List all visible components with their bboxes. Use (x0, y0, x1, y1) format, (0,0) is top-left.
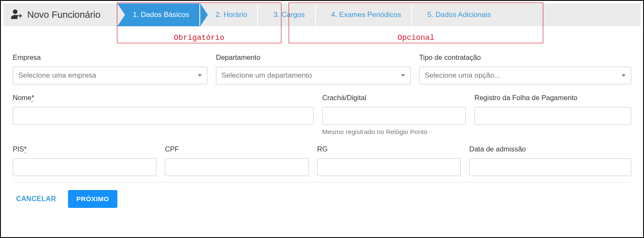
departamento-label: Departamento (216, 53, 411, 62)
cracha-input[interactable] (322, 107, 466, 125)
step-label: 3. Cargos (273, 11, 305, 19)
step-dados-basicos[interactable]: 1. Dados Básicos (117, 3, 200, 26)
chevron-down-icon (401, 74, 405, 77)
nome-label: Nome* (13, 94, 314, 102)
tipo-contratacao-placeholder: Selecione uma opção... (425, 71, 500, 80)
cpf-input[interactable] (165, 158, 309, 176)
step-dados-adicionais[interactable]: 5. Dados Adicionais (412, 3, 502, 26)
cracha-label: Crachá/Digital (322, 94, 466, 102)
step-horario[interactable]: 2. Horário (200, 3, 258, 26)
departamento-select[interactable]: Selecione um departamento (216, 67, 411, 84)
rg-label: RG (317, 145, 461, 153)
cracha-hint: Mesmo registrado no Relógio Ponto (322, 128, 466, 136)
page-title-wrap: Novo Funcionário (3, 9, 117, 21)
proximo-button[interactable]: PRÓXIMO (68, 190, 118, 208)
chevron-down-icon (621, 74, 626, 77)
registro-folha-label: Registro da Folha de Pagamento (474, 94, 631, 102)
cpf-label: CPF (165, 145, 309, 153)
cancelar-button[interactable]: CANCELAR (13, 191, 60, 207)
tipo-contratacao-select[interactable]: Selecione uma opção... (419, 67, 631, 84)
departamento-placeholder: Selecione um departamento (221, 71, 312, 80)
step-label: 1. Dados Básicos (133, 11, 189, 19)
step-cargos[interactable]: 3. Cargos (258, 3, 316, 26)
tipo-contratacao-label: Tipo de contratação (419, 53, 631, 62)
wizard-steps: 1. Dados Básicos 2. Horário 3. Cargos 4.… (117, 3, 502, 26)
empresa-placeholder: Selecione uma empresa (18, 71, 96, 80)
nome-input[interactable] (13, 107, 314, 125)
step-exames-periodicos[interactable]: 4. Exames Periódicos (316, 3, 412, 26)
data-admissao-label: Data de admissão (469, 145, 631, 153)
pis-label: PIS* (13, 145, 156, 153)
step-label: 4. Exames Periódicos (331, 11, 401, 19)
registro-folha-input[interactable] (474, 107, 631, 125)
chevron-down-icon (198, 74, 202, 77)
empresa-label: Empresa (13, 53, 207, 62)
pis-input[interactable] (13, 158, 156, 176)
annotation-opcional-label: Opcional (397, 34, 434, 42)
step-label: 2. Horário (216, 11, 247, 19)
rg-input[interactable] (317, 158, 461, 176)
wizard-bar: Novo Funcionário 1. Dados Básicos 2. Hor… (3, 3, 641, 26)
data-admissao-input[interactable] (469, 158, 631, 176)
page-title: Novo Funcionário (27, 9, 100, 20)
step-label: 5. Dados Adicionais (427, 11, 491, 19)
annotation-obrigatorio-label: Obrigatório (174, 34, 224, 42)
user-plus-icon (11, 9, 23, 21)
empresa-select[interactable]: Selecione uma empresa (13, 67, 207, 84)
